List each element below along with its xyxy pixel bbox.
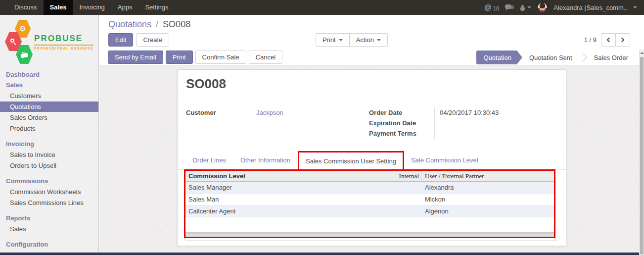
topbar-menus: Discuss Sales Invoicing Apps Settings [8, 0, 175, 15]
action-dropdown[interactable]: Action [349, 33, 388, 47]
annotation-box-table: Commission Level Internal User / Externa… [184, 169, 555, 238]
sidebar-section-configuration[interactable]: Configuration [0, 239, 98, 250]
table-empty-row [185, 217, 554, 232]
chevron-down-icon [339, 39, 343, 43]
table-row[interactable]: Sales Manager Alexandra [185, 182, 554, 194]
cell-user: Algenon [421, 207, 554, 215]
mention-icon [484, 3, 492, 12]
stage-quotation[interactable]: Quotation [476, 51, 522, 64]
table-horizontal-scrollbar[interactable] [185, 232, 554, 237]
column-internal-prefix: Internal [399, 172, 419, 180]
tab-other-information[interactable]: Other Information [240, 151, 290, 169]
expiration-date-label: Expiration Date [369, 118, 434, 128]
bug-icon [520, 4, 525, 11]
cell-commission-level: Sales Manager [185, 184, 421, 191]
edit-button[interactable]: Edit [108, 33, 133, 47]
mention-count: 10 [493, 5, 499, 11]
stage-quotation-sent[interactable]: Quotation Sent [522, 51, 579, 64]
order-date-value: 04/20/2017 10:30:43 [440, 107, 523, 118]
dates-field-group: Order Date Expiration Date Payment Terms… [369, 107, 523, 139]
scrollbar-thumb[interactable] [640, 57, 644, 255]
menu-sales[interactable]: Sales [44, 0, 73, 15]
record-title: SO008 [186, 76, 226, 92]
pager-buttons [601, 33, 630, 47]
cancel-button[interactable]: Cancel [249, 51, 282, 64]
pager-text: 1 / 9 [584, 36, 597, 44]
breadcrumb-quotations[interactable]: Quotations [108, 19, 151, 29]
table-row[interactable]: Callcenter Agent Algenon [185, 205, 554, 217]
logo-hexagons [5, 20, 33, 63]
cell-commission-level: Sales Man [185, 196, 421, 203]
sidebar-nav: Dashboard Sales Customers Quotations Sal… [0, 69, 98, 253]
company-logo: PROBUSE PROFESSIONAL BUSINESS [0, 15, 98, 64]
tab-order-lines[interactable]: Order Lines [192, 151, 226, 169]
sidebar-item-sales-to-invoice[interactable]: Sales to Invoice [0, 150, 98, 160]
pager-next-button[interactable] [615, 33, 630, 47]
menu-settings[interactable]: Settings [138, 0, 175, 15]
chat-icon[interactable] [505, 4, 514, 11]
payment-terms-label: Payment Terms [369, 128, 434, 139]
print-dropdown[interactable]: Print [316, 33, 350, 47]
pager-previous-button[interactable] [601, 33, 616, 47]
table-header: Commission Level Internal User / Externa… [185, 171, 554, 182]
sidebar-section-invoicing[interactable]: Invoicing [0, 139, 98, 149]
debug-menu-button[interactable] [520, 4, 531, 11]
edit-create-buttons: Edit Create [108, 33, 169, 47]
sidebar-item-sales-commissions-lines[interactable]: Sales Commissions Lines [0, 198, 98, 208]
column-commission-level[interactable]: Commission Level [188, 172, 245, 180]
stage-sales-order[interactable]: Sales Order [587, 51, 635, 64]
create-button[interactable]: Create [136, 33, 169, 47]
form-statusbar: Send by Email Print Confirm Sale Cancel … [99, 50, 639, 65]
user-menu-label[interactable]: Alexandra (Sales_comm.. [553, 4, 627, 11]
magnifier-icon [10, 39, 16, 45]
briefcase-icon [20, 51, 28, 58]
logo-title: PROBUSE [34, 34, 93, 44]
tab-sales-commission-user-setting[interactable]: Sales Commission User Setting [306, 157, 396, 165]
sidebar-item-sales[interactable]: Sales [0, 80, 98, 90]
sidebar-item-orders-to-upsell[interactable]: Orders to Upsell [0, 160, 98, 171]
menu-invoicing[interactable]: Invoicing [73, 0, 111, 15]
sidebar-section-reports[interactable]: Reports [0, 213, 98, 223]
sidebar-item-sales-orders[interactable]: Sales Orders [0, 112, 98, 123]
print-dropdown-label: Print [322, 36, 336, 44]
sidebar-item-reports-sales[interactable]: Sales [0, 224, 98, 234]
breadcrumb-current: SO008 [163, 19, 190, 29]
cell-user: Alexandra [421, 184, 554, 191]
print-button[interactable]: Print [166, 51, 193, 64]
statusbar-buttons: Send by Email Print Confirm Sale Cancel [108, 51, 282, 64]
sidebar-item-dashboard[interactable]: Dashboard [0, 69, 98, 80]
column-user-external-partner[interactable]: User / External Partner [421, 171, 554, 181]
chevron-right-icon [620, 38, 625, 43]
chevron-down-icon [633, 6, 637, 10]
order-date-label: Order Date [369, 107, 434, 118]
customer-field-group: Customer Jackpson [186, 107, 283, 130]
cell-commission-level: Callcenter Agent [185, 207, 421, 215]
scroll-up-button[interactable] [640, 50, 644, 56]
logo-tagline: PROFESSIONAL BUSINESS [34, 45, 93, 50]
sidebar-item-customers[interactable]: Customers [0, 91, 98, 101]
annotation-box-tab: Sales Commission User Setting [298, 151, 404, 171]
avatar[interactable] [537, 2, 548, 13]
confirm-sale-button[interactable]: Confirm Sale [195, 51, 246, 64]
menu-discuss[interactable]: Discuss [8, 0, 44, 15]
send-by-email-button[interactable]: Send by Email [108, 51, 163, 64]
main-content: SO008 Customer Jackpson Order Date Expir… [99, 65, 639, 253]
sidebar-item-commission-worksheets[interactable]: Commission Worksheets [0, 187, 98, 197]
logo-text: PROBUSE PROFESSIONAL BUSINESS [34, 34, 93, 50]
sidebar-section-commissions[interactable]: Commissions [0, 176, 98, 186]
sidebar-item-quotations[interactable]: Quotations [0, 102, 98, 112]
vertical-scrollbar[interactable] [639, 50, 644, 255]
sidebar: PROBUSE PROFESSIONAL BUSINESS Dashboard … [0, 15, 99, 253]
tab-sale-commission-level[interactable]: Sale Commission Level [411, 151, 478, 169]
control-panel: Quotations / SO008 Edit Create Print Act… [99, 15, 644, 50]
breadcrumb-separator: / [156, 19, 158, 29]
menu-apps[interactable]: Apps [111, 0, 139, 15]
sidebar-item-products[interactable]: Products [0, 123, 98, 134]
chevron-left-icon [607, 38, 612, 43]
mentions-button[interactable]: 10 [484, 3, 499, 12]
customer-value-link[interactable]: Jackpson [256, 107, 283, 118]
table-row[interactable]: Sales Man Mickon [185, 194, 554, 205]
chevron-down-icon [527, 6, 531, 10]
breadcrumb: Quotations / SO008 [108, 19, 190, 30]
form-sheet: SO008 Customer Jackpson Order Date Expir… [177, 69, 566, 246]
